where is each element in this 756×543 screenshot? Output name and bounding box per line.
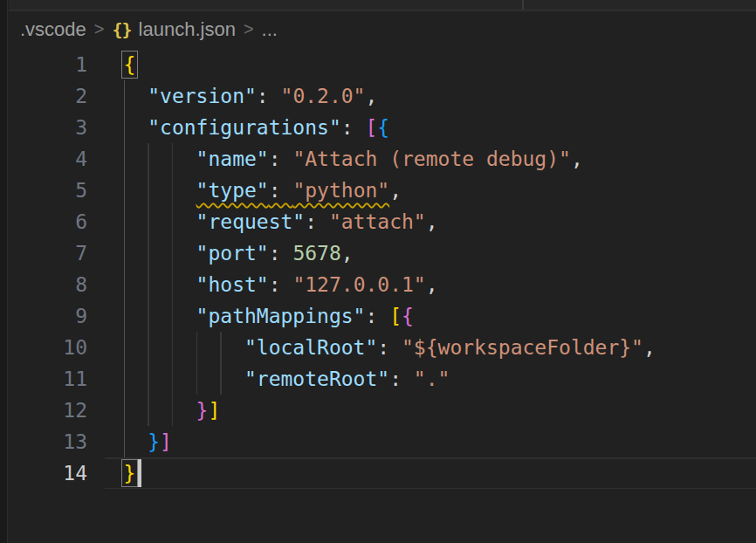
code-line[interactable]: 6 "request": "attach", [9, 206, 756, 237]
code-editor[interactable]: 1{2 "version": "0.2.0",3 "configurations… [9, 49, 756, 543]
code-line-text: "port": 5678, [105, 237, 756, 269]
code-token: : [365, 305, 389, 327]
code-token: "attach" [329, 210, 426, 233]
code-line[interactable]: 10 "localRoot": "${workspaceFolder}", [9, 332, 756, 363]
text-cursor [138, 459, 141, 487]
code-token: "type" [196, 179, 269, 202]
code-token [124, 242, 196, 265]
code-line-text: { [105, 49, 756, 80]
code-token: , [389, 179, 402, 202]
code-token: } [196, 399, 209, 422]
code-token: "pathMappings" [196, 305, 366, 327]
code-token [124, 85, 148, 107]
line-number: 9 [9, 300, 87, 332]
code-token [124, 336, 244, 359]
matched-bracket: { [124, 53, 136, 76]
tab-divider [522, 0, 524, 10]
code-line[interactable]: 9 "pathMappings": [{ [9, 300, 756, 332]
code-token: : [269, 273, 293, 296]
line-number: 1 [9, 49, 87, 80]
code-token: "python" [292, 179, 389, 202]
code-line-text: "request": "attach", [105, 206, 756, 237]
line-number: 13 [9, 426, 87, 457]
code-token [124, 368, 244, 390]
line-number: 11 [9, 363, 87, 395]
code-token: : [305, 210, 329, 233]
vscode-window: .vscode > {} launch.json > ... 1{2 "vers… [0, 0, 756, 543]
code-token: , [643, 336, 656, 359]
code-token: "127.0.0.1" [292, 273, 425, 296]
code-token [124, 179, 196, 202]
code-token: , [426, 210, 438, 233]
code-token: "Attach (remote debug)" [292, 148, 571, 170]
code-line-text: "version": "0.2.0", [105, 80, 756, 112]
code-line[interactable]: 11 "remoteRoot": "." [9, 363, 756, 395]
code-lines: 1{2 "version": "0.2.0",3 "configurations… [9, 49, 756, 489]
line-number: 8 [9, 269, 87, 300]
code-token: [ [365, 116, 377, 139]
code-line-text: "name": "Attach (remote debug)", [105, 143, 756, 175]
code-line[interactable]: 1{ [9, 49, 756, 80]
code-line[interactable]: 5 "type": "python", [9, 175, 756, 206]
code-token: "name" [196, 148, 269, 170]
code-token [124, 399, 196, 422]
code-token: "${workspaceFolder}" [402, 336, 643, 359]
current-line-border [105, 457, 756, 459]
code-line-text: }] [105, 395, 756, 426]
code-token: [ [389, 305, 402, 327]
code-line[interactable]: 13 }] [9, 426, 756, 457]
code-token: } [148, 430, 160, 453]
code-token: , [341, 242, 354, 265]
code-line-text: "localRoot": "${workspaceFolder}", [105, 332, 756, 363]
code-line[interactable]: 2 "version": "0.2.0", [9, 80, 756, 112]
code-token: "request" [196, 210, 306, 233]
code-token: "configurations" [148, 116, 341, 139]
line-number: 3 [9, 112, 87, 143]
code-line-text: "type": "python", [105, 175, 756, 206]
code-line-text: "pathMappings": [{ [105, 300, 756, 332]
code-token: { [402, 305, 414, 327]
code-line[interactable]: 14} [9, 457, 756, 489]
line-number: 6 [9, 206, 87, 237]
code-line[interactable]: 3 "configurations": [{ [9, 112, 756, 143]
current-line-border [105, 488, 756, 490]
code-token: "." [414, 368, 450, 390]
indent-guide [172, 143, 174, 426]
breadcrumb-symbol-ellipsis[interactable]: ... [262, 18, 278, 41]
code-line[interactable]: 7 "port": 5678, [9, 237, 756, 269]
code-token [124, 116, 148, 139]
code-line[interactable]: 8 "host": "127.0.0.1", [9, 269, 756, 300]
code-token: , [571, 148, 583, 170]
code-token: 5678 [292, 242, 340, 265]
code-line[interactable]: 4 "name": "Attach (remote debug)", [9, 143, 756, 175]
indent-guide [220, 332, 222, 395]
breadcrumb-file[interactable]: launch.json [139, 18, 236, 41]
warning-squiggle: "type": "python" [196, 179, 390, 202]
line-number: 10 [9, 332, 87, 363]
indent-guide [196, 332, 198, 395]
chevron-right-icon: > [94, 19, 105, 39]
indent-guide [148, 143, 149, 426]
breadcrumb-folder[interactable]: .vscode [20, 18, 86, 41]
code-token [124, 148, 196, 170]
code-token: : [269, 179, 293, 202]
code-token [124, 210, 196, 233]
code-line-text: } [105, 457, 756, 489]
code-token: "localRoot" [244, 336, 377, 359]
matched-bracket: } [124, 462, 136, 485]
code-token: : [257, 85, 281, 107]
chevron-right-icon: > [244, 19, 254, 39]
code-token: "version" [148, 85, 257, 107]
json-file-icon: {} [113, 19, 132, 40]
code-token: : [389, 368, 414, 390]
line-number: 2 [9, 80, 87, 112]
code-token: "host" [196, 273, 269, 296]
code-line-text: }] [105, 426, 756, 457]
code-line[interactable]: 12 }] [9, 395, 756, 426]
code-token [124, 273, 196, 296]
line-number: 14 [9, 457, 87, 489]
code-token: : [377, 336, 402, 359]
code-token: "0.2.0" [281, 85, 366, 107]
code-token: ] [160, 430, 172, 453]
breadcrumb: .vscode > {} launch.json > ... [9, 11, 756, 48]
